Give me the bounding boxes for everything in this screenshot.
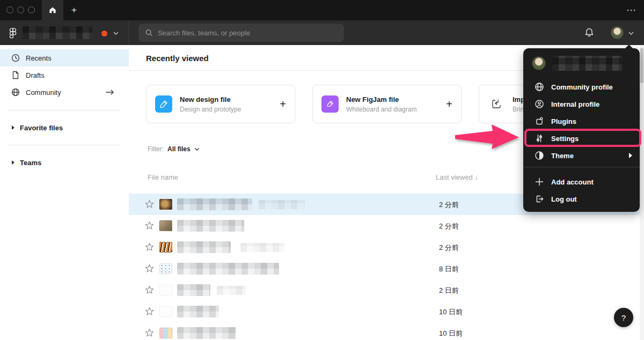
window-close-button[interactable] [6,6,13,13]
menu-caret [625,45,633,49]
last-viewed-value: 10 日前 [439,329,463,338]
person-circle-icon [534,99,545,109]
file-name-redacted [240,243,284,252]
file-name-redacted [177,327,236,339]
sidebar: Recents Drafts Community Favorite files … [0,45,129,340]
favorite-star-icon[interactable] [145,307,154,316]
menu-item-plugins[interactable]: Plugins [523,113,640,130]
menu-item-settings[interactable]: Settings [523,130,640,147]
filter-value[interactable]: All files [167,145,191,153]
file-name-redacted [177,263,279,275]
file-name-redacted [177,220,244,232]
submenu-arrow-icon [629,153,632,158]
tab-home[interactable] [42,0,63,20]
annotation-arrow [452,121,522,154]
favorite-star-icon[interactable] [145,264,154,273]
favorite-star-icon[interactable] [145,242,154,252]
card-title: New design file [180,95,272,104]
menu-item-add-account[interactable]: Add account [523,173,640,190]
caret-right-icon [12,125,14,130]
file-thumbnail [159,328,172,338]
file-list: 2 分前 2 分前 2 分前 8 日前 2 日前 10 日前 10 日前 [129,194,640,340]
menu-item-label: Theme [551,152,574,160]
table-row[interactable]: 10 日前 [129,301,640,322]
arrow-right-icon [105,89,115,95]
file-name-redacted [177,198,252,210]
plus-icon[interactable]: + [280,98,286,110]
search-bar[interactable] [138,24,344,42]
sidebar-item-community[interactable]: Community [0,84,129,101]
account-menu-header [523,51,640,75]
team-switcher[interactable] [0,20,129,45]
file-thumbnail [159,242,172,253]
figma-home-window: { "colors": { "accent_pink": "#f1336f", … [0,0,644,340]
sidebar-item-recents[interactable]: Recents [0,49,129,66]
card-subtitle: Design and prototype [180,106,272,113]
file-thumbnail [159,285,172,295]
favorite-star-icon[interactable] [145,221,154,230]
column-header-file-name[interactable]: File name [148,173,178,181]
scrollbar-thumb[interactable] [640,48,643,83]
figjam-file-icon [321,95,339,113]
new-tab-button[interactable]: + [67,0,82,20]
globe-icon [11,88,20,97]
table-row[interactable]: 2 分前 [129,215,640,236]
menu-item-label: Add account [551,178,594,186]
account-chevron-down-icon[interactable] [628,31,634,35]
new-figjam-file-card[interactable]: New FigJam file Whiteboard and diagram + [312,85,462,123]
filter-control[interactable]: Filter: All files [148,145,200,153]
menu-divider [523,167,640,167]
help-button[interactable]: ? [614,308,633,327]
user-avatar [532,56,546,70]
file-thumbnail [159,306,172,317]
app-header [0,20,644,45]
sidebar-section-label: Teams [20,159,41,167]
menu-item-label: Internal profile [551,100,599,108]
plugin-icon [534,116,545,126]
file-thumbnail [159,199,172,210]
more-options-icon[interactable]: ⋯ [626,0,636,20]
document-icon [11,71,20,79]
column-header-last-viewed[interactable]: Last viewed ↓ [436,173,478,181]
menu-item-label: Log out [551,195,577,203]
file-thumbnail [159,220,172,231]
window-minimize-button[interactable] [17,6,24,13]
sidebar-section-teams[interactable]: Teams [0,155,129,170]
sidebar-section-label: Favorite files [20,124,63,132]
sidebar-item-drafts[interactable]: Drafts [0,66,129,84]
page-title: Recently viewed [146,54,209,63]
menu-item-community-profile[interactable]: Community profile [523,78,640,95]
caret-right-icon [12,160,14,165]
card-subtitle: Whiteboard and diagram [346,106,438,113]
table-row[interactable]: 2 分前 [129,236,640,258]
last-viewed-value: 2 分前 [439,200,459,210]
favorite-star-icon[interactable] [145,199,154,209]
user-avatar[interactable] [611,26,624,39]
sidebar-divider [9,145,120,145]
table-row[interactable]: 8 日前 [129,258,640,279]
new-design-file-card[interactable]: New design file Design and prototype + [146,85,295,123]
menu-item-theme[interactable]: Theme [523,147,640,164]
scrollbar-track[interactable] [640,45,644,340]
favorite-star-icon[interactable] [145,285,154,294]
file-name-redacted [177,306,219,317]
plus-icon [534,177,545,187]
logout-icon [534,194,545,204]
notifications-bell-icon[interactable] [584,27,595,39]
filter-label: Filter: [148,145,164,153]
chevron-down-icon [194,147,200,151]
menu-item-log-out[interactable]: Log out [523,190,640,208]
sidebar-section-favorite-files[interactable]: Favorite files [0,120,129,135]
favorite-star-icon[interactable] [145,328,154,337]
sidebar-divider [9,110,120,110]
menu-item-label: Settings [551,135,579,143]
table-row[interactable]: 10 日前 [129,322,640,340]
menu-item-internal-profile[interactable]: Internal profile [523,95,640,113]
window-zoom-button[interactable] [28,6,35,13]
team-name-redacted [23,26,92,39]
plus-icon[interactable]: + [446,98,452,110]
search-input[interactable] [158,29,338,37]
contrast-icon [534,151,545,160]
menu-item-label: Plugins [551,117,576,125]
table-row[interactable]: 2 日前 [129,279,640,301]
